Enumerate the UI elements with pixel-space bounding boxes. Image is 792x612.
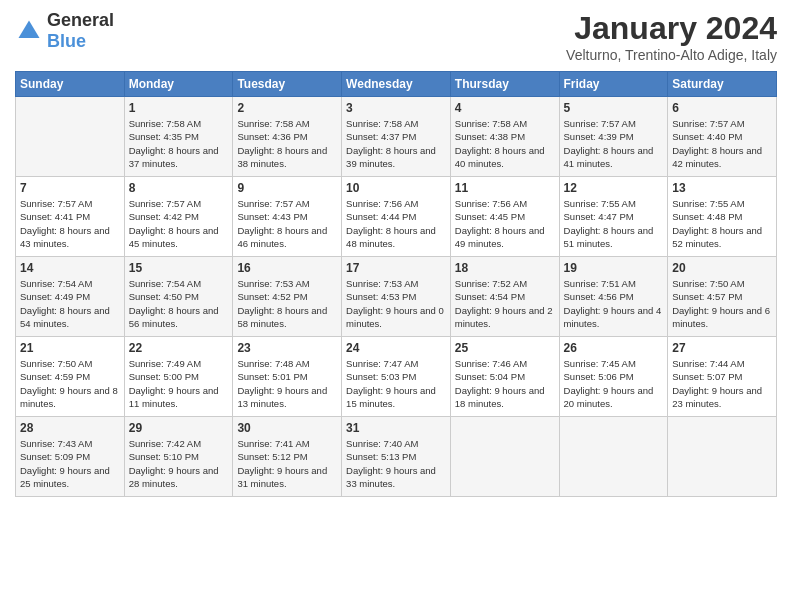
cell-detail: Sunrise: 7:50 AMSunset: 4:59 PMDaylight:… <box>20 357 120 410</box>
week-row-2: 7 Sunrise: 7:57 AMSunset: 4:41 PMDayligh… <box>16 177 777 257</box>
day-number: 22 <box>129 341 229 355</box>
day-number: 15 <box>129 261 229 275</box>
cell-detail: Sunrise: 7:47 AMSunset: 5:03 PMDaylight:… <box>346 357 446 410</box>
cell-detail: Sunrise: 7:54 AMSunset: 4:49 PMDaylight:… <box>20 277 120 330</box>
day-number: 24 <box>346 341 446 355</box>
cell-detail: Sunrise: 7:58 AMSunset: 4:35 PMDaylight:… <box>129 117 229 170</box>
day-number: 2 <box>237 101 337 115</box>
svg-rect-1 <box>25 32 33 38</box>
cell-detail: Sunrise: 7:55 AMSunset: 4:48 PMDaylight:… <box>672 197 772 250</box>
calendar-cell: 13 Sunrise: 7:55 AMSunset: 4:48 PMDaylig… <box>668 177 777 257</box>
header-thursday: Thursday <box>450 72 559 97</box>
cell-detail: Sunrise: 7:46 AMSunset: 5:04 PMDaylight:… <box>455 357 555 410</box>
day-number: 16 <box>237 261 337 275</box>
day-number: 14 <box>20 261 120 275</box>
day-number: 25 <box>455 341 555 355</box>
day-number: 28 <box>20 421 120 435</box>
day-number: 17 <box>346 261 446 275</box>
day-number: 21 <box>20 341 120 355</box>
month-title: January 2024 <box>566 10 777 47</box>
day-number: 4 <box>455 101 555 115</box>
header-saturday: Saturday <box>668 72 777 97</box>
day-number: 3 <box>346 101 446 115</box>
logo-blue: Blue <box>47 31 86 51</box>
calendar-cell: 15 Sunrise: 7:54 AMSunset: 4:50 PMDaylig… <box>124 257 233 337</box>
title-block: January 2024 Velturno, Trentino-Alto Adi… <box>566 10 777 63</box>
cell-detail: Sunrise: 7:57 AMSunset: 4:42 PMDaylight:… <box>129 197 229 250</box>
week-row-4: 21 Sunrise: 7:50 AMSunset: 4:59 PMDaylig… <box>16 337 777 417</box>
day-number: 20 <box>672 261 772 275</box>
cell-detail: Sunrise: 7:48 AMSunset: 5:01 PMDaylight:… <box>237 357 337 410</box>
cell-detail: Sunrise: 7:54 AMSunset: 4:50 PMDaylight:… <box>129 277 229 330</box>
cell-detail: Sunrise: 7:57 AMSunset: 4:41 PMDaylight:… <box>20 197 120 250</box>
main-container: General Blue January 2024 Velturno, Tren… <box>0 0 792 507</box>
cell-detail: Sunrise: 7:55 AMSunset: 4:47 PMDaylight:… <box>564 197 664 250</box>
day-number: 8 <box>129 181 229 195</box>
logo: General Blue <box>15 10 114 52</box>
cell-detail: Sunrise: 7:56 AMSunset: 4:45 PMDaylight:… <box>455 197 555 250</box>
day-number: 12 <box>564 181 664 195</box>
calendar-cell: 4 Sunrise: 7:58 AMSunset: 4:38 PMDayligh… <box>450 97 559 177</box>
day-number: 13 <box>672 181 772 195</box>
cell-detail: Sunrise: 7:44 AMSunset: 5:07 PMDaylight:… <box>672 357 772 410</box>
calendar-cell: 7 Sunrise: 7:57 AMSunset: 4:41 PMDayligh… <box>16 177 125 257</box>
cell-detail: Sunrise: 7:53 AMSunset: 4:53 PMDaylight:… <box>346 277 446 330</box>
cell-detail: Sunrise: 7:45 AMSunset: 5:06 PMDaylight:… <box>564 357 664 410</box>
cell-detail: Sunrise: 7:51 AMSunset: 4:56 PMDaylight:… <box>564 277 664 330</box>
calendar-cell: 30 Sunrise: 7:41 AMSunset: 5:12 PMDaylig… <box>233 417 342 497</box>
calendar-header: Sunday Monday Tuesday Wednesday Thursday… <box>16 72 777 97</box>
header-wednesday: Wednesday <box>342 72 451 97</box>
calendar-cell <box>450 417 559 497</box>
cell-detail: Sunrise: 7:56 AMSunset: 4:44 PMDaylight:… <box>346 197 446 250</box>
header-sunday: Sunday <box>16 72 125 97</box>
calendar-cell: 25 Sunrise: 7:46 AMSunset: 5:04 PMDaylig… <box>450 337 559 417</box>
cell-detail: Sunrise: 7:53 AMSunset: 4:52 PMDaylight:… <box>237 277 337 330</box>
calendar-cell: 14 Sunrise: 7:54 AMSunset: 4:49 PMDaylig… <box>16 257 125 337</box>
calendar-table: Sunday Monday Tuesday Wednesday Thursday… <box>15 71 777 497</box>
calendar-cell: 1 Sunrise: 7:58 AMSunset: 4:35 PMDayligh… <box>124 97 233 177</box>
calendar-cell: 27 Sunrise: 7:44 AMSunset: 5:07 PMDaylig… <box>668 337 777 417</box>
calendar-cell: 9 Sunrise: 7:57 AMSunset: 4:43 PMDayligh… <box>233 177 342 257</box>
calendar-cell: 23 Sunrise: 7:48 AMSunset: 5:01 PMDaylig… <box>233 337 342 417</box>
day-number: 19 <box>564 261 664 275</box>
cell-detail: Sunrise: 7:58 AMSunset: 4:37 PMDaylight:… <box>346 117 446 170</box>
calendar-cell <box>559 417 668 497</box>
cell-detail: Sunrise: 7:57 AMSunset: 4:43 PMDaylight:… <box>237 197 337 250</box>
cell-detail: Sunrise: 7:41 AMSunset: 5:12 PMDaylight:… <box>237 437 337 490</box>
day-number: 10 <box>346 181 446 195</box>
calendar-cell: 6 Sunrise: 7:57 AMSunset: 4:40 PMDayligh… <box>668 97 777 177</box>
calendar-cell <box>668 417 777 497</box>
header-row: General Blue January 2024 Velturno, Tren… <box>15 10 777 63</box>
calendar-cell: 26 Sunrise: 7:45 AMSunset: 5:06 PMDaylig… <box>559 337 668 417</box>
calendar-cell: 3 Sunrise: 7:58 AMSunset: 4:37 PMDayligh… <box>342 97 451 177</box>
logo-icon <box>15 17 43 45</box>
calendar-body: 1 Sunrise: 7:58 AMSunset: 4:35 PMDayligh… <box>16 97 777 497</box>
day-number: 9 <box>237 181 337 195</box>
logo-general: General <box>47 10 114 30</box>
header-monday: Monday <box>124 72 233 97</box>
weekday-header-row: Sunday Monday Tuesday Wednesday Thursday… <box>16 72 777 97</box>
week-row-3: 14 Sunrise: 7:54 AMSunset: 4:49 PMDaylig… <box>16 257 777 337</box>
day-number: 26 <box>564 341 664 355</box>
cell-detail: Sunrise: 7:52 AMSunset: 4:54 PMDaylight:… <box>455 277 555 330</box>
calendar-cell: 21 Sunrise: 7:50 AMSunset: 4:59 PMDaylig… <box>16 337 125 417</box>
day-number: 31 <box>346 421 446 435</box>
day-number: 23 <box>237 341 337 355</box>
day-number: 30 <box>237 421 337 435</box>
day-number: 6 <box>672 101 772 115</box>
header-tuesday: Tuesday <box>233 72 342 97</box>
calendar-cell: 12 Sunrise: 7:55 AMSunset: 4:47 PMDaylig… <box>559 177 668 257</box>
calendar-cell: 18 Sunrise: 7:52 AMSunset: 4:54 PMDaylig… <box>450 257 559 337</box>
calendar-cell: 8 Sunrise: 7:57 AMSunset: 4:42 PMDayligh… <box>124 177 233 257</box>
calendar-cell: 11 Sunrise: 7:56 AMSunset: 4:45 PMDaylig… <box>450 177 559 257</box>
location-title: Velturno, Trentino-Alto Adige, Italy <box>566 47 777 63</box>
calendar-cell: 2 Sunrise: 7:58 AMSunset: 4:36 PMDayligh… <box>233 97 342 177</box>
day-number: 11 <box>455 181 555 195</box>
logo-text: General Blue <box>47 10 114 52</box>
calendar-cell: 19 Sunrise: 7:51 AMSunset: 4:56 PMDaylig… <box>559 257 668 337</box>
header-friday: Friday <box>559 72 668 97</box>
day-number: 1 <box>129 101 229 115</box>
week-row-1: 1 Sunrise: 7:58 AMSunset: 4:35 PMDayligh… <box>16 97 777 177</box>
week-row-5: 28 Sunrise: 7:43 AMSunset: 5:09 PMDaylig… <box>16 417 777 497</box>
cell-detail: Sunrise: 7:42 AMSunset: 5:10 PMDaylight:… <box>129 437 229 490</box>
